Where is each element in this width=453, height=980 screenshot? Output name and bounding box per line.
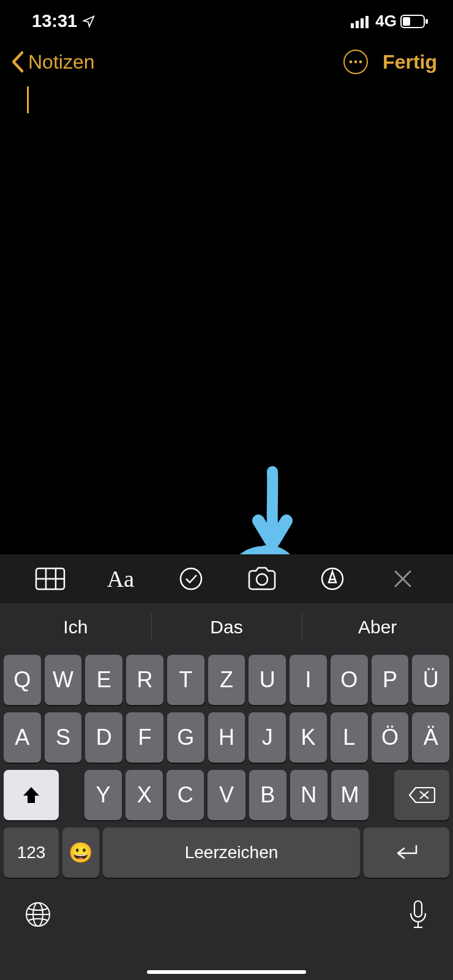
key-v[interactable]: V (208, 770, 245, 820)
key-d[interactable]: D (85, 712, 122, 763)
table-button[interactable] (15, 567, 85, 590)
key-w[interactable]: W (45, 655, 82, 705)
ellipsis-icon (349, 60, 362, 64)
key-ue[interactable]: Ü (412, 655, 449, 705)
keyboard-row-1: Q W E R T Z U I O P Ü (4, 655, 449, 705)
key-shift[interactable] (4, 770, 59, 820)
key-k[interactable]: K (290, 712, 327, 763)
key-numbers[interactable]: 123 (4, 827, 59, 878)
format-icon: Aa (107, 565, 134, 592)
checklist-button[interactable] (156, 567, 226, 591)
svg-point-7 (350, 61, 353, 64)
svg-rect-0 (351, 23, 354, 28)
svg-rect-1 (356, 21, 359, 28)
key-g[interactable]: G (167, 712, 204, 763)
done-button[interactable]: Fertig (383, 51, 437, 74)
more-button[interactable] (343, 50, 368, 74)
dictation-button[interactable] (408, 900, 429, 932)
keyboard-row-4: 123 😀 Leerzeichen (4, 827, 449, 878)
checklist-icon (179, 567, 203, 591)
key-a[interactable]: A (4, 712, 41, 763)
back-button[interactable]: Notizen (10, 50, 95, 74)
battery-icon (400, 15, 429, 28)
key-p[interactable]: P (372, 655, 409, 705)
key-u[interactable]: U (249, 655, 286, 705)
markup-button[interactable] (297, 567, 367, 591)
notes-toolbar: Aa (0, 554, 453, 603)
camera-icon (247, 567, 277, 591)
location-icon (82, 15, 95, 28)
keyboard: Q W E R T Z U I O P Ü A S D F G H J K L … (0, 651, 453, 980)
key-m[interactable]: M (331, 770, 369, 820)
svg-rect-25 (414, 901, 422, 917)
back-label: Notizen (28, 51, 95, 74)
svg-point-15 (256, 574, 268, 585)
key-t[interactable]: T (167, 655, 204, 705)
key-l[interactable]: L (331, 712, 368, 763)
keyboard-row-2: A S D F G H J K L Ö Ä (4, 712, 449, 763)
key-oe[interactable]: Ö (372, 712, 409, 763)
key-backspace[interactable] (394, 770, 449, 820)
network-label: 4G (375, 12, 397, 31)
globe-icon (24, 901, 51, 928)
microphone-icon (408, 900, 429, 929)
suggestion-1[interactable]: Ich (0, 603, 151, 651)
note-editor[interactable] (0, 80, 453, 533)
close-icon (392, 568, 413, 589)
key-n[interactable]: N (290, 770, 328, 820)
nav-bar: Notizen Fertig (0, 37, 453, 80)
markup-icon (320, 567, 345, 591)
text-cursor (27, 86, 29, 113)
keyboard-row-3: Y X C V B N M (4, 770, 449, 820)
status-time: 13:31 (32, 11, 77, 31)
key-j[interactable]: J (249, 712, 286, 763)
svg-rect-3 (365, 16, 369, 28)
key-c[interactable]: C (167, 770, 204, 820)
globe-button[interactable] (24, 901, 51, 930)
key-space[interactable]: Leerzeichen (103, 827, 360, 878)
format-button[interactable]: Aa (85, 565, 155, 592)
key-z[interactable]: Z (208, 655, 245, 705)
key-f[interactable]: F (126, 712, 163, 763)
suggestion-bar: Ich Das Aber (0, 603, 453, 651)
close-toolbar-button[interactable] (368, 568, 438, 589)
svg-point-14 (181, 568, 201, 589)
key-q[interactable]: Q (4, 655, 41, 705)
key-o[interactable]: O (331, 655, 368, 705)
emoji-icon: 😀 (69, 841, 93, 864)
camera-button[interactable] (226, 567, 297, 591)
key-y[interactable]: Y (84, 770, 122, 820)
key-r[interactable]: R (126, 655, 163, 705)
home-indicator[interactable] (147, 970, 306, 974)
cellular-signal-icon (351, 15, 372, 28)
key-return[interactable] (364, 827, 449, 878)
svg-rect-5 (403, 17, 410, 26)
suggestion-3[interactable]: Aber (302, 603, 453, 651)
key-h[interactable]: H (208, 712, 245, 763)
backspace-icon (408, 785, 435, 805)
key-ae[interactable]: Ä (412, 712, 449, 763)
svg-point-9 (359, 61, 362, 64)
key-e[interactable]: E (85, 655, 122, 705)
chevron-left-icon (10, 50, 26, 74)
keyboard-bottom-bar (4, 885, 449, 940)
key-s[interactable]: S (45, 712, 82, 763)
key-emoji[interactable]: 😀 (62, 827, 99, 878)
key-b[interactable]: B (249, 770, 286, 820)
key-x[interactable]: X (125, 770, 163, 820)
suggestion-2[interactable]: Das (151, 603, 302, 651)
svg-rect-2 (361, 18, 364, 28)
status-bar: 13:31 4G (0, 0, 453, 37)
svg-rect-6 (425, 19, 428, 24)
shift-icon (21, 785, 42, 805)
svg-point-8 (354, 61, 358, 64)
table-icon (35, 567, 66, 590)
return-icon (393, 843, 420, 862)
key-i[interactable]: I (290, 655, 327, 705)
